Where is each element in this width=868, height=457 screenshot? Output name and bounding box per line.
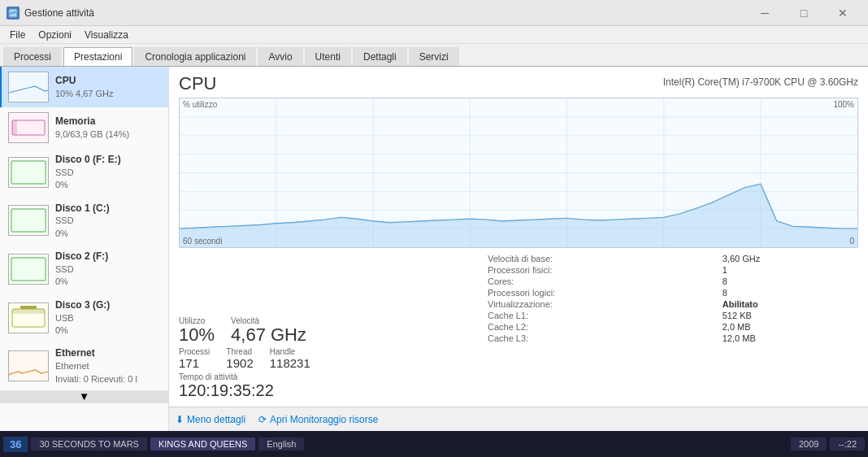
tab-dettagli[interactable]: Dettagli [353,47,407,66]
spec-value: 12,0 MB [723,333,858,344]
handle-label: Handle [270,347,310,356]
sidebar-item-disco0[interactable]: Disco 0 (F: E:) SSD0% [0,148,168,197]
tab-processi[interactable]: Processi [3,47,62,66]
svg-rect-4 [12,120,17,135]
taskbar-song[interactable]: KINGS AND QUEENS [150,437,255,450]
disco0-thumbnail [8,157,49,188]
sidebar-item-disco1[interactable]: Disco 1 (C:) SSD0% [0,197,168,246]
graph-x-label: 60 secondi [183,237,222,246]
sidebar-scroll-down[interactable]: ▼ [0,390,168,403]
cpu-model: Intel(R) Core(TM) i7-9700K CPU @ 3.60GHz [663,76,858,88]
utilizzo-block: Utilizzo 10% [179,316,215,344]
thread-label: Thread [226,347,253,356]
spec-label: Processori logici: [488,287,723,298]
tab-avvio[interactable]: Avvio [258,47,302,66]
disco1-label: Disco 1 (C:) SSD0% [55,202,110,241]
utilizzo-value: 10% [179,326,215,344]
spec-value: 8 [723,276,858,287]
sidebar-item-memoria[interactable]: Memoria 9,0/63,9 GB (14%) [0,107,168,148]
tab-bar: Processi Prestazioni Cronologia applicaz… [0,44,868,67]
thread-value: 1902 [226,357,253,369]
maximize-button[interactable]: □ [785,0,822,26]
disco2-label: Disco 2 (F:) SSD0% [55,250,108,289]
menu-bar: File Opzioni Visualizza [0,26,868,44]
spec-row: Processori logici: 8 [488,287,858,298]
svg-rect-9 [9,255,48,283]
graph-y-max: 100% [833,100,854,109]
svg-rect-12 [20,306,37,309]
menu-file[interactable]: File [3,28,32,42]
spec-label: Cores: [488,276,723,287]
spec-label: Cache L2: [488,321,723,333]
graph-x-min: 0 [849,237,854,246]
cpu-panel: CPU Intel(R) Core(TM) i7-9700K CPU @ 3.6… [169,67,868,407]
sidebar-item-disco2[interactable]: Disco 2 (F:) SSD0% [0,245,168,294]
menu-opzioni[interactable]: Opzioni [32,28,78,42]
taskbar-music[interactable]: 30 SECONDS TO MARS [31,437,146,450]
monitor-icon: ⟳ [258,414,267,425]
spec-label: Cache L1: [488,310,723,321]
thread-block: Thread 1902 [226,347,253,369]
title-bar: Gestione attività ─ □ ✕ [0,0,868,26]
spec-row: Cache L1: 512 KB [488,310,858,321]
taskbar-lang[interactable]: English [258,437,304,450]
svg-rect-15 [9,352,48,380]
bottom-bar: ⬇ Meno dettagli ⟳ Apri Monitoraggio riso… [169,407,868,431]
spec-label: Processori fisici: [488,264,723,276]
disco0-label: Disco 0 (F: E:) SSD0% [55,153,121,192]
disco3-label: Disco 3 (G:) USB0% [55,298,110,337]
taskbar-time: --:22 [830,437,865,450]
sidebar-item-cpu[interactable]: CPU 10% 4,67 GHz [0,67,168,107]
uptime-value: 120:19:35:22 [179,381,858,400]
less-detail-link[interactable]: ⬇ Meno dettagli [176,414,245,425]
main-content: CPU 10% 4,67 GHz Memoria 9,0/63,9 GB (14… [0,67,868,431]
memoria-label: Memoria 9,0/63,9 GB (14%) [55,115,129,141]
processi-label: Processi [179,347,210,356]
velocita-block: Velocità 4,67 GHz [231,316,306,344]
handle-block: Handle 118231 [270,347,310,369]
main-window: Gestione attività ─ □ ✕ File Opzioni Vis… [0,0,868,431]
tab-cronologia[interactable]: Cronologia applicazioni [134,47,256,66]
close-button[interactable]: ✕ [824,0,861,26]
chevron-down-icon: ⬇ [176,414,184,425]
spec-label: Velocità di base: [488,253,723,264]
spec-label: Cache L3: [488,333,723,344]
minimize-button[interactable]: ─ [746,0,783,26]
tab-utenti[interactable]: Utenti [305,47,351,66]
taskbar-num: 36 [3,437,28,452]
uptime-section: Tempo di attività 120:19:35:22 [179,369,858,400]
sidebar-item-ethernet[interactable]: Ethernet EthernetInviati: 0 Ricevuti: 0 … [0,342,168,390]
spec-value: 1 [723,264,858,276]
svg-rect-5 [9,159,48,186]
spec-value: 8 [723,287,858,298]
specs-table: Velocità di base: 3,60 GHz Processori fi… [488,253,858,344]
svg-rect-1 [9,73,48,101]
window-controls: ─ □ ✕ [746,0,861,26]
disco3-thumbnail [8,302,49,333]
cpu-graph: % utilizzo 100% 60 secondi 0 [179,98,858,248]
spec-row: Cores: 8 [488,276,858,287]
spec-value: 512 KB [723,310,858,321]
tab-prestazioni[interactable]: Prestazioni [63,47,132,66]
cpu-header: CPU Intel(R) Core(TM) i7-9700K CPU @ 3.6… [179,73,858,94]
open-monitor-link[interactable]: ⟳ Apri Monitoraggio risorse [258,414,378,425]
svg-marker-29 [180,184,857,247]
sidebar: CPU 10% 4,67 GHz Memoria 9,0/63,9 GB (14… [0,67,169,431]
spec-value: 2,0 MB [723,321,858,333]
app-icon [7,7,20,20]
spec-value: 3,60 GHz [723,253,858,264]
tab-servizi[interactable]: Servizi [409,47,459,66]
cpu-thumbnail [8,72,49,102]
taskbar: 36 30 SECONDS TO MARS KINGS AND QUEENS E… [0,431,868,457]
svg-rect-14 [12,309,45,314]
ethernet-label: Ethernet EthernetInviati: 0 Ricevuti: 0 … [55,346,137,385]
spec-row: Processori fisici: 1 [488,264,858,276]
processi-value: 171 [179,357,210,369]
taskbar-year: 2009 [791,437,827,450]
memoria-thumbnail [8,112,49,143]
sidebar-item-disco3[interactable]: Disco 3 (G:) USB0% [0,294,168,342]
spec-row: Virtualizzazione: Abilitato [488,298,858,310]
window-title: Gestione attività [24,7,746,19]
svg-rect-7 [9,207,48,234]
menu-visualizza[interactable]: Visualizza [78,28,135,42]
